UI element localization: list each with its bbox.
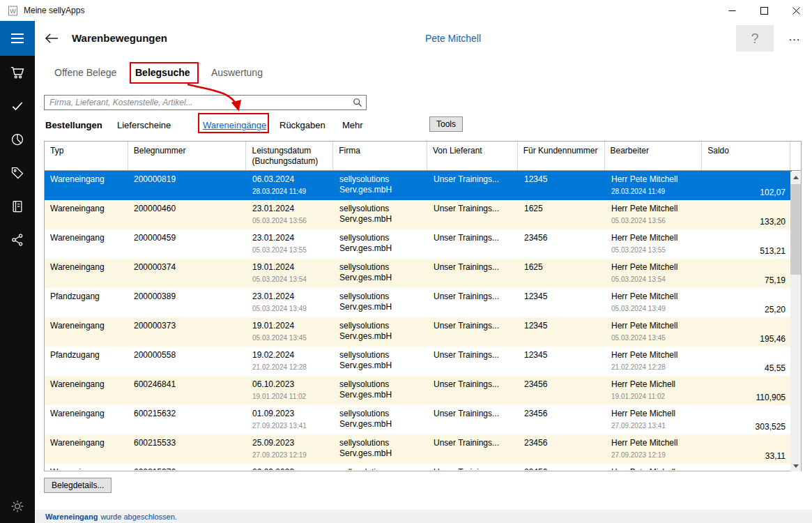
- cell-bearbeiter-datum: 05.03.2024 13:56: [611, 217, 700, 225]
- help-button[interactable]: ?: [736, 25, 774, 52]
- table-row[interactable]: Wareneingang 200000373 19.01.2024 05.03.…: [45, 317, 792, 347]
- cell-buchungsdatum: 28.03.2024 11:49: [252, 188, 331, 196]
- cell-buchungsdatum: 05.03.2024 13:54: [252, 275, 331, 284]
- cell-kundennummer: 23456: [524, 379, 603, 390]
- hamburger-menu-button[interactable]: [0, 21, 35, 56]
- subtab-lieferscheine[interactable]: Lieferscheine: [117, 120, 171, 130]
- cell-firma-line2: Serv.ges.mbH: [339, 302, 425, 312]
- sidebar-item-cart[interactable]: [0, 56, 35, 89]
- table-row[interactable]: Wareneingang 200000460 23.01.2024 05.03.…: [45, 200, 792, 229]
- minimize-button[interactable]: [716, 0, 748, 21]
- table-row[interactable]: Pfandzugang 200000389 23.01.2024 05.03.2…: [45, 288, 792, 317]
- subtab-rueckgaben[interactable]: Rückgaben: [279, 120, 325, 130]
- scroll-down-button[interactable]: [790, 460, 801, 471]
- column-header-von-lieferant[interactable]: Von Lieferant: [427, 142, 518, 170]
- cell-firma-line2: Serv.ges.mbH: [339, 361, 425, 371]
- cell-bearbeiter: Herr Pete Mitchell: [611, 174, 700, 185]
- cell-saldo: 25,20: [765, 305, 786, 314]
- user-name[interactable]: Pete Mitchell: [394, 33, 512, 44]
- cell-firma-line1: sellysolutions: [339, 438, 425, 448]
- column-header-leistungsdatum[interactable]: Leistungsdatum (Buchungsdatum): [246, 142, 333, 170]
- column-header-typ[interactable]: Typ: [45, 142, 128, 170]
- sidebar-item-reports[interactable]: [0, 123, 35, 156]
- table-row[interactable]: Wareneingang 600215632 01.09.2023 27.09.…: [45, 405, 792, 434]
- cell-von-lieferant: Unser Trainings...: [434, 467, 516, 470]
- tab-belegsuche[interactable]: Belegsuche: [135, 67, 190, 78]
- cell-leistungsdatum: 23.01.2024: [252, 204, 331, 214]
- column-header-saldo[interactable]: Saldo: [702, 142, 790, 170]
- search-input[interactable]: [44, 95, 367, 110]
- column-header-belegnummer[interactable]: Belegnummer: [128, 142, 247, 170]
- tab-auswertung[interactable]: Auswertung: [211, 67, 263, 78]
- cell-firma-line1: sellysolutions: [339, 174, 425, 185]
- table-row[interactable]: Wareneingang 200000374 19.01.2024 05.03.…: [45, 259, 792, 288]
- cell-firma-line2: Serv.ges.mbH: [339, 331, 425, 342]
- cell-kundennummer: 12345: [524, 291, 603, 302]
- belegdetails-button[interactable]: Belegdetails...: [44, 478, 112, 493]
- cell-buchungsdatum: 19.01.2024 11:02: [252, 393, 331, 401]
- table-row[interactable]: Wareneingang 200000819 06.03.2024 28.03.…: [45, 171, 792, 200]
- cell-kundennummer: 12345: [524, 350, 603, 361]
- subtab-wareneingaenge[interactable]: Wareneingänge: [203, 120, 266, 130]
- cell-kundennummer: 12345: [524, 321, 603, 331]
- maximize-button[interactable]: [748, 0, 780, 21]
- close-button[interactable]: [780, 0, 812, 21]
- cell-typ: Pfandzugang: [50, 350, 125, 361]
- more-options-button[interactable]: ...: [779, 25, 810, 49]
- table-row[interactable]: Wareneingang 600215533 25.09.2023 27.09.…: [45, 434, 792, 464]
- vertical-scrollbar[interactable]: [790, 172, 801, 471]
- sidebar-item-settings[interactable]: [0, 491, 35, 522]
- table-row[interactable]: Wareneingang 600215376 26.09.2023 sellys…: [45, 464, 792, 470]
- cell-leistungsdatum: 19.01.2024: [252, 262, 331, 273]
- cell-bearbeiter: Herr Pete Mitchell: [611, 321, 700, 331]
- cell-belegnummer: 600246841: [134, 379, 244, 390]
- tag-icon: [10, 166, 24, 180]
- scroll-up-button[interactable]: [790, 172, 801, 183]
- sidebar-item-prices[interactable]: [0, 156, 35, 190]
- table-row[interactable]: Wareneingang 200000459 23.01.2024 05.03.…: [45, 229, 792, 259]
- tools-button[interactable]: Tools: [429, 116, 463, 132]
- cell-firma-line1: sellysolutions: [339, 379, 425, 390]
- gear-icon: [10, 499, 24, 513]
- table-row[interactable]: Pfandzugang 200000558 19.02.2024 21.02.2…: [45, 347, 792, 376]
- svg-text:W: W: [10, 8, 16, 15]
- subtab-bestellungen[interactable]: Bestellungen: [45, 120, 102, 130]
- back-button[interactable]: [42, 29, 61, 47]
- cell-von-lieferant: Unser Trainings...: [434, 350, 516, 361]
- cell-saldo: 513,21: [760, 246, 786, 256]
- search-icon[interactable]: [353, 98, 362, 107]
- cell-firma-line1: sellysolutions: [339, 262, 425, 273]
- cell-kundennummer: 23456: [524, 233, 603, 243]
- column-header-fuer-kundennummer[interactable]: Für Kundennummer: [518, 142, 605, 170]
- cell-belegnummer: 200000459: [134, 233, 244, 243]
- tab-offene-belege[interactable]: Offene Belege: [54, 67, 116, 78]
- cell-kundennummer: 12345: [524, 174, 603, 185]
- sidebar-item-network[interactable]: [0, 223, 35, 257]
- cell-von-lieferant: Unser Trainings...: [434, 379, 516, 390]
- cell-saldo: 110,905: [756, 393, 786, 402]
- cell-von-lieferant: Unser Trainings...: [434, 409, 516, 419]
- cell-firma-line2: Serv.ges.mbH: [339, 390, 425, 400]
- cell-bearbeiter: Herr Pete Michell: [611, 409, 700, 419]
- search-bar: [44, 95, 367, 110]
- sidebar-item-tasks[interactable]: [0, 89, 35, 123]
- cell-saldo: 75,19: [765, 275, 786, 285]
- cell-typ: Wareneingang: [50, 174, 125, 185]
- help-icon: ?: [751, 31, 758, 47]
- cell-bearbeiter-datum: 27.09.2023 13:41: [611, 422, 700, 430]
- sidebar-item-journal[interactable]: [0, 190, 35, 223]
- cell-bearbeiter-datum: 28.03.2024 11:49: [611, 188, 700, 196]
- cell-firma-line2: Serv.ges.mbH: [339, 448, 425, 459]
- subtab-mehr[interactable]: Mehr: [342, 120, 363, 130]
- column-header-bearbeiter[interactable]: Bearbeiter: [605, 142, 703, 170]
- cell-bearbeiter-datum: 21.02.2024 12:28: [611, 363, 700, 372]
- scrollbar-thumb[interactable]: [790, 184, 801, 275]
- cell-saldo: 303,525: [756, 422, 786, 432]
- cell-typ: Pfandzugang: [50, 291, 125, 302]
- column-header-firma[interactable]: Firma: [333, 142, 427, 170]
- cell-belegnummer: 600215376: [134, 467, 244, 470]
- triangle-up-icon: [793, 176, 799, 179]
- table-row[interactable]: Wareneingang 600246841 06.10.2023 19.01.…: [45, 376, 792, 405]
- titlebar: W Meine sellyApps: [0, 0, 812, 21]
- cell-kundennummer: 1625: [524, 262, 603, 273]
